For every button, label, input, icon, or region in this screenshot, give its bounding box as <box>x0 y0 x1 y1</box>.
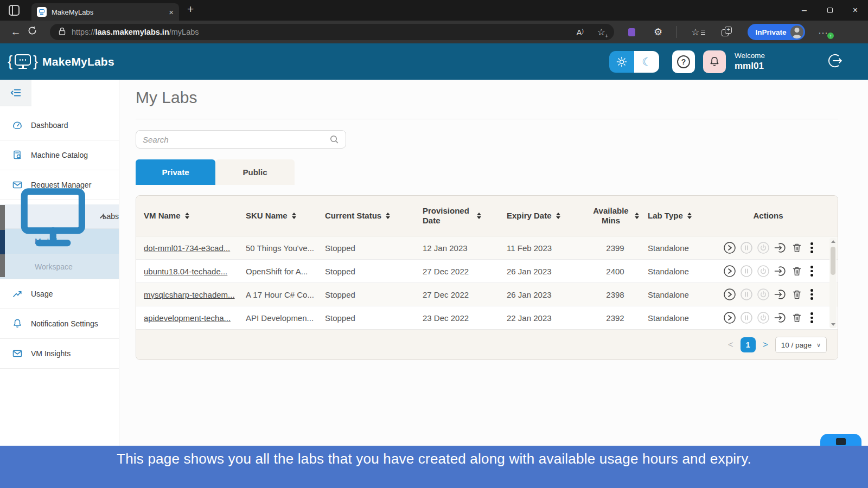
pause-vm-icon[interactable] <box>740 241 753 254</box>
sidebar-item-machine-catalog[interactable]: Machine Catalog <box>0 140 119 170</box>
sort-icon[interactable] <box>687 213 692 220</box>
start-vm-icon[interactable] <box>723 241 736 254</box>
delete-vm-icon[interactable] <box>790 288 803 301</box>
extension-icon[interactable] <box>628 28 635 36</box>
new-tab-button[interactable]: + <box>187 3 194 16</box>
start-vm-icon[interactable] <box>723 311 736 324</box>
scrollbar-thumb[interactable] <box>831 247 835 275</box>
power-off-icon[interactable] <box>757 288 770 301</box>
connect-vm-icon[interactable] <box>774 265 787 278</box>
browser-essentials-icon[interactable]: ⚙ <box>654 26 662 38</box>
sidebar-scrollbar[interactable] <box>0 205 5 277</box>
connect-vm-icon[interactable] <box>774 288 787 301</box>
inprivate-badge[interactable]: InPrivate <box>748 24 805 40</box>
tab-public[interactable]: Public <box>215 159 295 185</box>
sidebar-item-workspace[interactable]: Workspace <box>0 254 119 279</box>
address-bar[interactable]: https://laas.makemylabs.in/myLabs A) ☆+ <box>50 24 614 40</box>
pause-vm-icon[interactable] <box>740 288 753 301</box>
vm-name-link[interactable]: apidevelopment-techa... <box>144 313 231 323</box>
sidebar-item-notification-settings[interactable]: Notification Settings <box>0 309 119 339</box>
delete-vm-icon[interactable] <box>790 311 803 324</box>
page-size-select[interactable]: 10 / page ∨ <box>775 337 827 353</box>
sku-name-cell: 50 Things You've... <box>240 243 320 253</box>
col-vm-name[interactable]: VM Name <box>136 211 240 221</box>
maximize-button[interactable] <box>817 0 843 21</box>
vm-name-link[interactable]: mysqlcsharp-techadem... <box>144 290 235 299</box>
table-row: apidevelopment-techa... API Developmen..… <box>136 306 838 330</box>
sort-icon[interactable] <box>386 213 390 220</box>
close-window-button[interactable]: × <box>843 0 868 21</box>
pagination-next-icon[interactable]: > <box>763 339 768 350</box>
col-current-status[interactable]: Current Status <box>320 211 417 221</box>
minimize-button[interactable]: – <box>792 0 817 21</box>
add-favorite-icon[interactable]: ☆+ <box>597 27 605 38</box>
col-available-mins[interactable]: Available Mins <box>588 206 642 226</box>
scroll-down-icon[interactable] <box>831 323 835 326</box>
connect-vm-icon[interactable] <box>774 241 787 254</box>
sort-icon[interactable] <box>292 213 296 220</box>
url-path: /myLabs <box>169 28 199 36</box>
workspaces-icon[interactable] <box>9 5 20 16</box>
start-vm-icon[interactable] <box>723 288 736 301</box>
back-icon[interactable]: ← <box>8 26 24 38</box>
tab-private[interactable]: Private <box>136 159 215 185</box>
collections-icon[interactable]: + <box>722 27 733 37</box>
logout-button[interactable] <box>826 52 844 72</box>
read-aloud-icon[interactable]: A) <box>576 28 583 37</box>
sidebar-item-usage[interactable]: Usage <box>0 279 119 309</box>
sidebar-item-labs[interactable]: Labs <box>0 204 119 229</box>
welcome-text: Welcome mml01 <box>735 51 765 73</box>
power-off-icon[interactable] <box>757 311 770 324</box>
dark-mode-moon-icon[interactable]: ☾ <box>634 51 659 73</box>
power-off-icon[interactable] <box>757 241 770 254</box>
table-row: mysqlcsharp-techadem... A 17 Hour C# Co.… <box>136 283 838 306</box>
browser-tab[interactable]: MakeMyLabs × <box>31 3 179 21</box>
sidebar-item-vm-insights[interactable]: VM Insights <box>0 339 119 369</box>
search-box[interactable] <box>136 130 346 149</box>
start-vm-icon[interactable] <box>723 265 736 278</box>
tab-close-icon[interactable]: × <box>169 8 174 16</box>
scroll-up-icon[interactable] <box>831 240 835 243</box>
pagination-page-1[interactable]: 1 <box>741 337 756 352</box>
search-input[interactable] <box>143 135 329 144</box>
browser-menu-icon[interactable]: ···↑ <box>818 28 828 37</box>
power-off-icon[interactable] <box>757 265 770 278</box>
app-logo[interactable]: { } <box>8 54 38 69</box>
favorites-icon[interactable]: ☆ <box>691 27 705 38</box>
sort-icon[interactable] <box>477 213 481 220</box>
url-text[interactable]: https://laas.makemylabs.in/myLabs <box>72 28 570 36</box>
theme-toggle[interactable]: ☾ <box>609 51 659 73</box>
notifications-button[interactable] <box>703 50 726 73</box>
col-lab-type[interactable]: Lab Type <box>642 211 710 221</box>
table-scrollbar[interactable] <box>829 238 837 328</box>
sku-name-cell: API Developmen... <box>240 313 320 323</box>
more-actions-icon[interactable] <box>810 266 813 277</box>
url-domain: laas.makemylabs.in <box>95 28 169 36</box>
pause-vm-icon[interactable] <box>740 265 753 278</box>
col-expiry-date[interactable]: Expiry Date <box>501 211 588 221</box>
more-actions-icon[interactable] <box>810 289 813 300</box>
sidebar-item-dashboard[interactable]: Dashboard <box>0 111 119 140</box>
help-button[interactable]: ? <box>672 50 695 73</box>
more-actions-icon[interactable] <box>810 312 813 323</box>
brand-name: MakeMyLabs <box>42 55 114 68</box>
delete-vm-icon[interactable] <box>790 265 803 278</box>
pause-vm-icon[interactable] <box>740 311 753 324</box>
col-provisioned-date[interactable]: Provisioned Date <box>417 206 501 226</box>
sort-icon[interactable] <box>635 213 639 220</box>
light-mode-sun-icon[interactable] <box>609 51 634 73</box>
sidebar-collapse-button[interactable] <box>0 80 31 106</box>
refresh-icon[interactable] <box>24 25 40 38</box>
table-footer: < 1 > 10 / page ∨ <box>136 330 838 359</box>
col-sku-name[interactable]: SKU Name <box>240 211 320 221</box>
status-cell: Stopped <box>320 313 417 323</box>
vm-name-link[interactable]: ubuntu18.04-techade... <box>144 267 227 276</box>
pagination-prev-icon[interactable]: < <box>728 339 733 350</box>
provisioned-date-cell: 23 Dec 2022 <box>417 313 501 323</box>
more-actions-icon[interactable] <box>810 242 813 253</box>
delete-vm-icon[interactable] <box>790 241 803 254</box>
sort-icon[interactable] <box>556 213 560 220</box>
vm-name-link[interactable]: dot-mml01-734-e3cad... <box>144 243 230 253</box>
sort-icon[interactable] <box>185 213 189 220</box>
connect-vm-icon[interactable] <box>774 311 787 324</box>
